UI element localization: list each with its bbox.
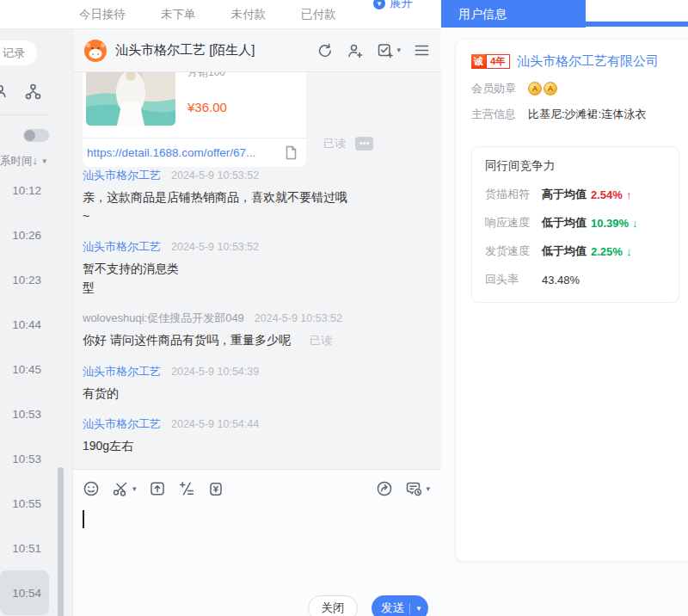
message-sender[interactable]: 汕头市格尔工艺 bbox=[83, 417, 161, 431]
send-button[interactable]: 发送 ▼ bbox=[372, 595, 428, 616]
menu-icon[interactable] bbox=[414, 42, 430, 59]
filter-tab[interactable]: 未下单 bbox=[161, 7, 196, 22]
upload-image-icon[interactable] bbox=[149, 480, 166, 497]
contact-list: 10:12 10:26 10:23 10:44 10:45 10:53 10 bbox=[0, 168, 49, 615]
filter-tabs: 今日接待未下单未付款已付款 bbox=[79, 0, 336, 28]
chat-panel: 汕头市格尔工艺 [陌生人] ▾ 月销100 bbox=[73, 29, 441, 616]
metric-row: 回头率 43.48% bbox=[485, 272, 666, 287]
add-contact-icon[interactable] bbox=[347, 42, 364, 59]
message-text: 亲，这款商品是店铺热销商品，喜欢就不要错过哦 ~ bbox=[83, 190, 347, 223]
chengxintong-badge: 诚 4年 bbox=[471, 54, 510, 69]
forward-icon[interactable] bbox=[376, 480, 393, 497]
send-label: 发送 bbox=[381, 601, 404, 616]
emoji-icon[interactable] bbox=[83, 480, 100, 497]
contact-time: 10:26 bbox=[12, 229, 41, 242]
medal-icons: A A bbox=[528, 82, 557, 95]
close-button[interactable]: 关闭 bbox=[308, 595, 358, 616]
message-input[interactable] bbox=[73, 502, 441, 584]
contact-list-item[interactable]: 10:55 bbox=[0, 481, 49, 526]
message-sender[interactable]: 汕头市格尔工艺 bbox=[83, 365, 161, 379]
product-card[interactable]: 月销100 ¥36.00 https://detail.1688.com/off… bbox=[83, 72, 306, 167]
buyer-avatar[interactable] bbox=[84, 40, 107, 62]
composer: ▾ ▾ 关闭 发送 ▼ bbox=[73, 469, 441, 616]
toggle-knob bbox=[24, 130, 35, 141]
org-chart-icon[interactable] bbox=[25, 83, 41, 100]
metric-row: 货描相符 高于均值 2.54% ↑ bbox=[485, 187, 666, 202]
contact-list-item[interactable]: 10:23 bbox=[0, 257, 49, 302]
contact-list-item[interactable]: 10:45 bbox=[0, 347, 49, 391]
contact-time: 10:54 bbox=[12, 587, 41, 600]
gold-medal-icon: A bbox=[528, 82, 542, 95]
contact-time: 10:45 bbox=[12, 363, 41, 376]
chat-history-dropdown[interactable]: ▾ bbox=[405, 480, 430, 497]
contact-icon[interactable] bbox=[0, 83, 8, 99]
filter-tab[interactable]: 今日接待 bbox=[79, 7, 126, 22]
contact-list-item[interactable]: 10:53 bbox=[0, 391, 49, 436]
contact-list-item[interactable]: 10:53 bbox=[0, 436, 49, 481]
trend-arrow-icon: ↓ bbox=[632, 217, 638, 230]
contact-time: 10:53 bbox=[12, 453, 41, 465]
message-text: 190g左右 bbox=[83, 439, 133, 453]
contact-list-item[interactable]: 10:26 bbox=[0, 213, 49, 257]
contact-list-item[interactable]: 10:54 bbox=[0, 570, 49, 615]
message-sender[interactable]: woloveshuqi:促佳搜品开发部049 bbox=[83, 311, 244, 325]
screenshot-dropdown[interactable]: ▾ bbox=[112, 480, 137, 497]
contact-time: 10:12 bbox=[12, 184, 41, 197]
contact-time: 10:53 bbox=[12, 408, 41, 421]
message-sender[interactable]: 汕头市格尔工艺 bbox=[83, 169, 161, 182]
send-divider bbox=[409, 603, 410, 614]
metric-label: 货描相符 bbox=[485, 187, 542, 202]
payment-icon[interactable] bbox=[207, 480, 224, 497]
document-icon[interactable] bbox=[285, 145, 298, 160]
product-image bbox=[86, 72, 175, 126]
create-task-dropdown[interactable]: ▾ bbox=[377, 42, 401, 59]
message-timestamp: 2024-5-9 10:53:52 bbox=[171, 240, 259, 254]
metric-prefix: 高于均值 bbox=[542, 187, 587, 202]
message-text: 有货的 bbox=[83, 386, 119, 400]
contact-time: 10:23 bbox=[12, 274, 41, 286]
message-timestamp: 2024-5-9 10:54:39 bbox=[171, 365, 259, 379]
filter-toggle[interactable] bbox=[23, 129, 49, 142]
company-name-link[interactable]: 汕头市格尔工艺有限公司 bbox=[517, 53, 659, 70]
contact-list-item[interactable]: 10:51 bbox=[0, 526, 49, 570]
tab-user-info[interactable]: 用户信息 bbox=[441, 0, 586, 28]
metric-prefix: 低于均值 bbox=[542, 243, 587, 259]
chevron-down-circle-icon: ▼ bbox=[373, 0, 385, 9]
sort-dropdown[interactable]: 系时间↓ ▼ bbox=[0, 154, 48, 169]
metric-value: 2.25% bbox=[591, 245, 623, 258]
product-link[interactable]: https://detail.1688.com/offer/67... bbox=[87, 146, 280, 159]
caret-down-icon: ▾ bbox=[396, 46, 401, 54]
chat-header: 汕头市格尔工艺 [陌生人] ▾ bbox=[73, 29, 441, 72]
message: woloveshuqi:促佳搜品开发部049 2024-5-9 10:53:52… bbox=[83, 311, 433, 350]
contact-list-item[interactable]: 10:12 bbox=[0, 168, 49, 213]
main-business-value: 比基尼:沙滩裙:连体泳衣 bbox=[528, 108, 646, 121]
competitiveness-title: 同行间竞争力 bbox=[485, 158, 666, 174]
metric-value: 2.54% bbox=[591, 188, 623, 201]
message-text: 暂不支持的消息类 型 bbox=[83, 262, 179, 294]
filter-tab[interactable]: 未付款 bbox=[231, 7, 267, 22]
contact-time: 10:55 bbox=[12, 497, 41, 510]
sidebar-scrollbar[interactable] bbox=[58, 467, 64, 616]
composer-toolbar: ▾ ▾ bbox=[73, 470, 441, 497]
contact-list-item[interactable]: 10:44 bbox=[0, 302, 49, 347]
caret-down-icon[interactable]: ▼ bbox=[415, 605, 422, 613]
gold-medal-icon: A bbox=[544, 82, 557, 95]
chat-title: 汕头市格尔工艺 [陌生人] bbox=[115, 42, 255, 59]
expand-button[interactable]: ▼ 展开 bbox=[373, 0, 413, 11]
conversation-filter-bar: 今日接待未下单未付款已付款 ▼ 展开 bbox=[0, 0, 441, 29]
metric-label: 响应速度 bbox=[485, 215, 542, 231]
message-sender[interactable]: 汕头市格尔工艺 bbox=[83, 240, 161, 254]
filter-tab[interactable]: 已付款 bbox=[301, 7, 336, 22]
message-timestamp: 2024-5-9 10:54:44 bbox=[171, 417, 259, 431]
search-input[interactable]: 记录 bbox=[0, 40, 37, 65]
quick-phrase-icon[interactable] bbox=[178, 480, 195, 497]
message-list: 汕头市格尔工艺 2024-5-9 10:53:52 亲，这款商品是店铺热销商品，… bbox=[83, 169, 433, 469]
sidebar-divider bbox=[0, 114, 50, 115]
search-text: 记录 bbox=[3, 46, 25, 61]
more-icon[interactable]: ••• bbox=[355, 137, 373, 151]
message-read-status: 已读 bbox=[310, 334, 332, 347]
metric-row: 响应速度 低于均值 10.39% ↓ bbox=[485, 215, 666, 231]
refresh-icon[interactable] bbox=[316, 42, 334, 59]
medal-label: 会员勋章 bbox=[471, 82, 528, 95]
message-text: 你好 请问这件商品有货吗，重量多少呢 bbox=[83, 333, 291, 347]
